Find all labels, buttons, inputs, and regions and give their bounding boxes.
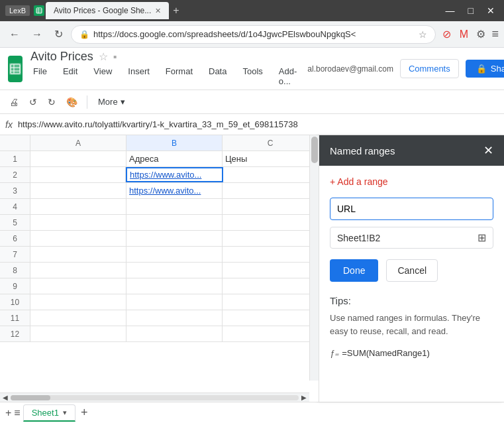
cell-c5[interactable] xyxy=(223,215,319,230)
undo-button[interactable]: ↺ xyxy=(25,94,41,110)
extension-icons: ⊘ M ⚙ ≡ xyxy=(440,27,499,41)
table-row: 11 xyxy=(0,310,319,326)
ext-icon-2[interactable]: M xyxy=(457,28,470,41)
cell-b5[interactable] xyxy=(126,215,223,230)
range-name-input[interactable] xyxy=(330,198,493,220)
new-tab-button[interactable]: + xyxy=(170,5,181,17)
cell-a12[interactable] xyxy=(30,326,126,341)
cell-a2[interactable] xyxy=(30,167,126,182)
add-sheet-button[interactable]: + xyxy=(5,407,11,419)
menu-insert[interactable]: Insert xyxy=(125,65,152,88)
cell-c11[interactable] xyxy=(223,310,319,326)
add-sheet-plus-button[interactable]: + xyxy=(81,406,88,420)
share-label: Share xyxy=(491,64,504,74)
cell-a11[interactable] xyxy=(30,310,126,326)
menu-addons[interactable]: Add-o... xyxy=(276,65,299,88)
folder-icon[interactable]: ▪ xyxy=(113,51,117,63)
cell-b7[interactable] xyxy=(126,247,223,262)
cell-c12[interactable] xyxy=(223,326,319,341)
horizontal-scrollbar[interactable]: ◀ ▶ xyxy=(0,393,309,402)
cell-link-b3[interactable]: https://www.avito... xyxy=(129,186,201,196)
star-icon[interactable]: ☆ xyxy=(99,50,108,63)
formula-input[interactable]: https://www.avito.ru/tolyatti/kvartiry/1… xyxy=(18,119,499,129)
cell-a9[interactable] xyxy=(30,278,126,294)
cell-c1[interactable]: Цены xyxy=(223,151,319,166)
comments-button[interactable]: Comments xyxy=(400,59,459,78)
done-button[interactable]: Done xyxy=(330,259,378,282)
menu-tools[interactable]: Tools xyxy=(240,65,265,88)
cell-a6[interactable] xyxy=(30,231,126,246)
refresh-button[interactable]: ↻ xyxy=(50,27,67,42)
cell-a3[interactable] xyxy=(30,183,126,198)
col-header-c[interactable]: C xyxy=(223,135,319,151)
cell-c3[interactable]: 0 xyxy=(223,183,319,198)
doc-title-text[interactable]: Avito Prices xyxy=(30,50,93,64)
url-bar[interactable]: 🔒 https://docs.google.com/spreadsheets/d… xyxy=(71,25,436,44)
paint-format-button[interactable]: 🎨 xyxy=(62,94,81,110)
cell-a5[interactable] xyxy=(30,215,126,230)
print-button[interactable]: 🖨 xyxy=(5,94,23,110)
scroll-right-icon[interactable]: ▶ xyxy=(301,394,307,401)
cell-a8[interactable] xyxy=(30,263,126,278)
cell-link-b2[interactable]: https://www.avito... xyxy=(130,170,201,180)
more-button[interactable]: More ▾ xyxy=(93,94,130,109)
cell-b1[interactable]: Адреса xyxy=(126,151,223,166)
minimize-button[interactable]: — xyxy=(442,4,459,17)
col-header-b[interactable]: B xyxy=(126,135,223,151)
cell-a1[interactable] xyxy=(30,151,126,166)
cell-c7[interactable] xyxy=(223,247,319,262)
spreadsheet[interactable]: A B C 1 Адреса Цены 2 https://www.avito.… xyxy=(0,135,319,402)
browser-menu-icon[interactable]: ≡ xyxy=(491,27,499,41)
redo-button[interactable]: ↻ xyxy=(44,94,60,110)
range-grid-icon[interactable]: ⊞ xyxy=(478,231,486,244)
share-button[interactable]: 🔒 Share xyxy=(466,60,504,78)
h-scroll-track[interactable] xyxy=(11,395,299,400)
scroll-thumb[interactable] xyxy=(311,137,318,163)
cell-c4[interactable] xyxy=(223,199,319,214)
cell-c2[interactable]: 0 xyxy=(223,167,319,182)
tips-formula-code: =SUM(NamedRange1) xyxy=(342,348,430,358)
cell-b6[interactable] xyxy=(126,231,223,246)
col-header-a[interactable]: A xyxy=(30,135,126,151)
cell-a10[interactable] xyxy=(30,294,126,310)
panel-close-button[interactable]: ✕ xyxy=(483,143,493,158)
sheets-menu-button[interactable]: ≡ xyxy=(14,407,20,419)
cell-b3[interactable]: https://www.avito... xyxy=(126,183,223,198)
cell-b2[interactable]: https://www.avito... xyxy=(126,167,223,182)
sheets-app-icon xyxy=(8,56,23,82)
cell-b12[interactable] xyxy=(126,326,223,341)
cancel-button[interactable]: Cancel xyxy=(386,259,438,282)
forward-button[interactable]: → xyxy=(28,27,46,42)
restore-button[interactable]: □ xyxy=(464,4,478,17)
sheet-tab-sheet1[interactable]: Sheet1 ▾ xyxy=(23,404,76,422)
cell-b10[interactable] xyxy=(126,294,223,310)
vertical-scrollbar[interactable] xyxy=(309,135,319,381)
cell-b4[interactable] xyxy=(126,199,223,214)
scroll-left-icon[interactable]: ◀ xyxy=(3,394,8,401)
back-button[interactable]: ← xyxy=(5,27,24,42)
doc-title: Avito Prices ☆ ▪ xyxy=(30,50,299,64)
menu-view[interactable]: View xyxy=(91,65,115,88)
browser-tab[interactable]: Avito Prices - Google She... ✕ xyxy=(46,2,169,19)
h-scroll-thumb[interactable] xyxy=(11,395,50,400)
close-button[interactable]: ✕ xyxy=(483,4,499,17)
cell-a7[interactable] xyxy=(30,247,126,262)
cell-c10[interactable] xyxy=(223,294,319,310)
cell-a4[interactable] xyxy=(30,199,126,214)
ext-icon-3[interactable]: ⚙ xyxy=(474,28,487,41)
cell-c9[interactable] xyxy=(223,278,319,294)
tab-close-icon[interactable]: ✕ xyxy=(155,7,161,15)
bookmark-icon[interactable]: ☆ xyxy=(419,29,427,40)
cell-b11[interactable] xyxy=(126,310,223,326)
cell-c6[interactable] xyxy=(223,231,319,246)
cell-b9[interactable] xyxy=(126,278,223,294)
menu-file[interactable]: File xyxy=(30,65,50,88)
cell-c8[interactable] xyxy=(223,263,319,278)
cell-b8[interactable] xyxy=(126,263,223,278)
menu-edit[interactable]: Edit xyxy=(60,65,80,88)
ext-icon-1[interactable]: ⊘ xyxy=(440,28,453,41)
add-range-link[interactable]: + Add a range xyxy=(330,176,493,187)
menu-format[interactable]: Format xyxy=(163,65,195,88)
menu-data[interactable]: Data xyxy=(206,65,229,88)
sheet-tab-dropdown-icon[interactable]: ▾ xyxy=(63,408,67,417)
